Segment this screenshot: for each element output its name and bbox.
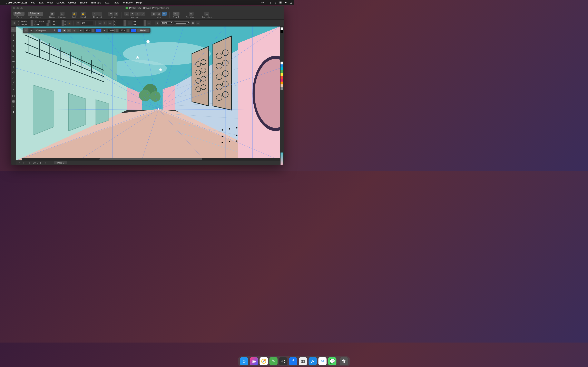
swatch-orange[interactable] <box>281 82 283 84</box>
to-front-button[interactable]: ▲ <box>124 12 129 16</box>
swatch-gray[interactable] <box>281 87 283 90</box>
grid-color2[interactable] <box>130 29 136 32</box>
menu-table[interactable]: Table <box>113 1 120 4</box>
clock-icon[interactable]: ◷ <box>290 1 292 4</box>
convert-curves-icon[interactable]: ◇ <box>196 21 200 25</box>
horizontal-scrollbar[interactable] <box>22 158 280 161</box>
snap-to-dropdown[interactable]: ⧲ <box>173 12 180 16</box>
h-spinner[interactable] <box>47 23 49 26</box>
menu-object[interactable]: Object <box>68 1 76 4</box>
drawing-canvas[interactable]: × <box>16 26 280 160</box>
zoom-dropdown[interactable]: 236% <box>13 12 25 16</box>
polygon-tool[interactable]: ⬡ <box>11 70 16 75</box>
zoom-window-button[interactable] <box>20 7 23 9</box>
swatch-none[interactable] <box>281 27 283 30</box>
minimize-window-button[interactable] <box>17 7 19 9</box>
swatch-tan[interactable] <box>281 84 283 87</box>
y-spinner[interactable] <box>31 23 33 26</box>
align-button[interactable]: ≡ <box>92 12 97 16</box>
forward-one-button[interactable]: △ <box>135 12 140 16</box>
corner1-input[interactable] <box>133 20 143 23</box>
perspective-plane-icon[interactable]: ▱ <box>24 28 28 33</box>
inspectors-button[interactable]: ⓘ <box>204 12 209 16</box>
add-page-button[interactable]: + <box>18 162 21 164</box>
object-origin-icon[interactable]: ⊞ <box>12 21 16 25</box>
perspective-type-dropdown[interactable]: One-point <box>35 29 56 32</box>
skew-icon[interactable]: ▱ <box>108 21 112 25</box>
connector-tool[interactable]: ⎯ <box>11 86 16 91</box>
transparency-tool[interactable]: ▦ <box>11 99 16 104</box>
add-page-after-button[interactable]: + <box>50 162 52 164</box>
group-button[interactable]: ▣ <box>50 12 54 16</box>
swatch-yellow[interactable] <box>281 73 283 76</box>
menu-help[interactable]: Help <box>136 1 142 4</box>
mirror-v-button[interactable]: ⇵ <box>113 12 118 16</box>
perspective-top-face[interactable]: ◆ <box>62 29 66 32</box>
shape-tool[interactable]: ✧ <box>11 33 16 38</box>
first-page-button[interactable]: ⏮ <box>22 162 26 164</box>
x-position-input[interactable] <box>20 20 30 23</box>
x-spinner[interactable] <box>31 20 33 23</box>
y-position-input[interactable] <box>20 23 30 26</box>
mirror-h-icon[interactable]: ▭ <box>98 21 102 25</box>
rotation-input[interactable] <box>81 21 93 25</box>
distribute-button[interactable]: ⋮ <box>97 12 102 16</box>
freehand-tool[interactable]: ✎ <box>11 49 16 53</box>
skew-x-input[interactable] <box>113 20 124 23</box>
to-back-button[interactable]: ▼ <box>130 12 135 16</box>
skew-y-input[interactable] <box>113 23 124 26</box>
menubar-app-name[interactable]: CorelDRAW 2021 <box>6 1 27 4</box>
text-tool[interactable]: A <box>11 75 16 80</box>
corner-tl-icon[interactable]: ⌐ <box>128 21 132 25</box>
sx-spinner[interactable] <box>62 20 64 23</box>
swatch-blue[interactable] <box>281 64 283 67</box>
w-spinner[interactable] <box>48 20 50 23</box>
swatch-red[interactable] <box>281 76 283 79</box>
relative-corner-icon[interactable]: ⌙ <box>147 21 151 25</box>
ungroup-button[interactable]: ▢ <box>60 12 65 16</box>
sy-spinner[interactable] <box>62 23 64 26</box>
menu-window[interactable]: Window <box>123 1 132 4</box>
guides-button[interactable]: ▭ <box>162 12 167 16</box>
grid-opacity2-input[interactable] <box>108 29 114 32</box>
swatch-white[interactable] <box>281 62 283 64</box>
perspective-lock-icon[interactable]: ▮ <box>72 29 76 32</box>
perspective-eye-icon[interactable]: 👁 <box>29 28 34 33</box>
view-mode-dropdown[interactable]: Enhanced <box>28 12 43 16</box>
menu-view[interactable]: View <box>47 1 53 4</box>
menu-text[interactable]: Text <box>104 1 109 4</box>
eyedropper-tool[interactable]: ✎ <box>11 104 16 109</box>
mirror-v-icon[interactable]: ▯ <box>103 21 107 25</box>
get-more-button[interactable]: ⊕ <box>189 12 194 16</box>
horizon-icon[interactable]: ☰ <box>102 28 106 33</box>
lock-ratio-icon[interactable]: 🔒 <box>67 21 71 25</box>
status-icon[interactable]: ✦ <box>285 1 287 4</box>
ellipse-tool[interactable]: ○ <box>11 64 16 69</box>
grid-opacity3-input[interactable] <box>119 29 126 32</box>
zoom-tool[interactable]: ⌕ <box>11 43 16 48</box>
swatch-black[interactable] <box>281 30 283 33</box>
menu-effects[interactable]: Effects <box>79 1 87 4</box>
visibility-icon[interactable]: 👁 <box>79 28 83 33</box>
next-page-button[interactable]: ▶ <box>39 162 43 164</box>
height-input[interactable] <box>36 23 46 26</box>
battery-icon[interactable]: ▭ <box>261 1 264 4</box>
last-page-button[interactable]: ⏭ <box>44 162 48 164</box>
menu-layout[interactable]: Layout <box>57 1 65 4</box>
grid-color1[interactable] <box>95 29 101 32</box>
pick-tool[interactable]: ↖ <box>11 27 16 32</box>
rectangle-tool[interactable]: ▭ <box>11 59 16 64</box>
artistic-media-tool[interactable]: ∿ <box>11 54 16 59</box>
pixel-grid-button[interactable]: ▦ <box>151 12 156 16</box>
back-one-button[interactable]: ▽ <box>140 12 145 16</box>
drop-shadow-tool[interactable]: ▢ <box>11 93 16 98</box>
prev-page-button[interactable]: ◀ <box>28 162 31 164</box>
unlock-button[interactable]: 🔓 <box>81 12 86 16</box>
mirror-h-button[interactable]: ⇋ <box>108 12 113 16</box>
swatch-cyan[interactable] <box>281 67 283 70</box>
menu-file[interactable]: File <box>31 1 35 4</box>
spotlight-icon[interactable]: ⌕ <box>275 1 277 4</box>
width-input[interactable] <box>37 20 47 23</box>
control-center-icon[interactable]: ☰ <box>279 1 282 4</box>
grid-button[interactable]: ⊞ <box>156 12 161 16</box>
